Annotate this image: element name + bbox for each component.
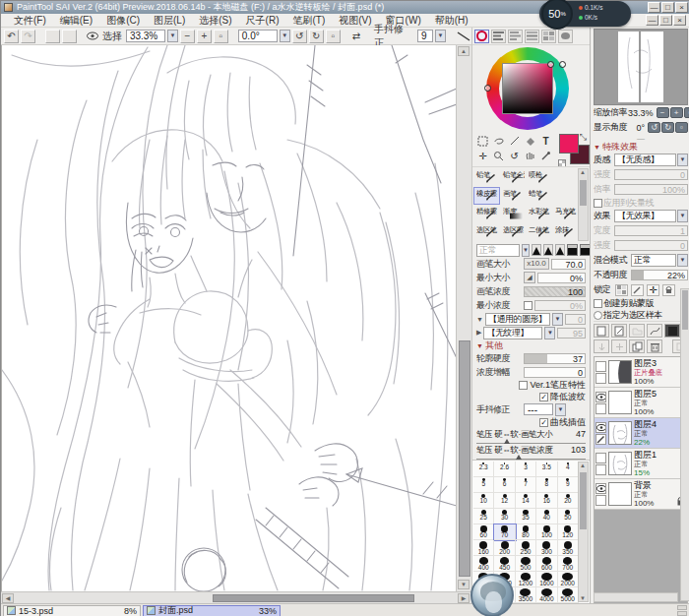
canvas-horizontal-scrollbar[interactable]: ◀ ▶ [1, 591, 471, 603]
lock-all-icon[interactable] [662, 284, 675, 296]
lasso-icon[interactable] [491, 134, 506, 148]
brush-size-50[interactable]: 50 [558, 509, 579, 524]
scroll-up-button[interactable]: ▲ [458, 46, 470, 56]
hsv-slider-tab[interactable] [508, 30, 523, 43]
layer-visibility-toggle[interactable] [595, 453, 606, 463]
magic-wand-icon[interactable] [507, 134, 522, 148]
nav-zoom-in-button[interactable]: + [670, 107, 683, 118]
brush-size-3[interactable]: 3 [516, 462, 536, 477]
layer-draw-indicator[interactable] [595, 434, 606, 445]
delete-layer-button[interactable] [647, 339, 662, 353]
zoom-reset-button[interactable]: ▫ [214, 30, 228, 43]
brush-size-250[interactable]: 250 [516, 540, 536, 556]
zoom-dropdown-button[interactable]: ▼ [167, 30, 178, 42]
bucket-icon[interactable] [523, 134, 537, 148]
brush-size-25[interactable]: 25 [473, 509, 494, 524]
effect-width-slider[interactable]: 1 [614, 225, 688, 236]
angle-reset-button[interactable]: ▫ [326, 30, 341, 43]
layer-draw-indicator[interactable] [595, 403, 606, 414]
brush-size-20[interactable]: 20 [558, 493, 579, 509]
doc-tab-15-3.psd[interactable]: 15-3.psd8% [3, 605, 141, 616]
effect-dd-button[interactable]: ▼ [677, 210, 688, 222]
brush-size-1200[interactable]: 1200 [516, 572, 536, 587]
merge-down-button[interactable] [611, 339, 627, 353]
brush-shape-4[interactable] [567, 244, 578, 256]
brush-size-100[interactable]: 100 [536, 524, 557, 540]
brush-size-120[interactable]: 120 [558, 524, 579, 540]
brush-size-6[interactable]: 6 [494, 477, 515, 493]
layer-row-图层4[interactable]: 图层4正常22% [595, 418, 687, 449]
nav-angle-reset-button[interactable]: ▫ [675, 122, 688, 133]
brush-shape-3[interactable] [555, 244, 565, 256]
lock-move-icon[interactable]: ✛ [647, 284, 659, 296]
transfer-down-button[interactable] [594, 339, 609, 353]
scroll-left-button[interactable]: ◀ [2, 593, 14, 603]
menu-item[interactable]: 图像(C) [99, 14, 147, 28]
color-wheel-tab[interactable] [474, 30, 489, 43]
rotate-cw-button[interactable]: ↻ [309, 30, 324, 43]
brush-texture-dd-button[interactable]: ▼ [544, 327, 555, 339]
menu-item[interactable]: 文件(F) [7, 14, 53, 28]
tool-crayon-icon[interactable]: 蜡笔 [526, 187, 552, 206]
brush-size-200[interactable]: 200 [494, 540, 515, 556]
tool-select-pen-icon[interactable]: 选区笔 [473, 223, 500, 242]
blend-mode-dd-button[interactable]: ▼ [677, 254, 688, 267]
effect-strength-slider[interactable]: 0 [614, 240, 688, 251]
brush-size-unit-button[interactable]: x10.0 [524, 258, 549, 270]
scroll-right-button[interactable]: ▶ [458, 593, 470, 603]
blend-mode-dropdown[interactable]: 正常 [631, 254, 676, 267]
layer-visibility-toggle[interactable] [595, 361, 606, 372]
edge-hardness-slider[interactable]: 37 [524, 353, 586, 364]
menu-item[interactable]: 帮助(H) [428, 14, 475, 28]
duplicate-layer-button[interactable] [629, 339, 645, 353]
zoom-out-button[interactable]: − [180, 30, 195, 43]
rect-select-icon[interactable] [475, 134, 490, 148]
texture-dropdown[interactable]: 【无质感】 [614, 154, 676, 166]
tool-select-eraser-icon[interactable]: 选区擦 [500, 223, 527, 242]
brush-size-3.5[interactable]: 3.5 [536, 462, 557, 477]
brush-size-60[interactable]: 60 [473, 524, 494, 540]
eyedropper-icon[interactable] [538, 149, 553, 162]
tool-watercolor-icon[interactable]: 水彩笔 [526, 205, 552, 223]
new-folder-button[interactable] [629, 324, 645, 338]
menu-item[interactable]: 编辑(E) [53, 14, 99, 28]
mdi-minimize-button[interactable]: — [646, 15, 658, 26]
nav-zoom-reset-button[interactable]: ▫ [684, 107, 689, 118]
undo-button[interactable]: ↶ [4, 30, 19, 43]
brush-shape-2[interactable] [543, 244, 553, 256]
pressure-density-row[interactable]: 笔压 硬⇔软·画笔浓度 103 [476, 444, 586, 460]
brush-size-2.3[interactable]: 2.3 [473, 462, 494, 477]
layer-list-scrollbar[interactable] [680, 288, 689, 601]
layer-row-图层5[interactable]: 图层5正常100% [595, 388, 687, 418]
brush-size-350[interactable]: 350 [558, 540, 579, 556]
brush-size-scrollbar[interactable]: ▲ ▼ [578, 462, 589, 602]
pressure-size-row[interactable]: 笔压 硬⇔软·画笔大小 47 [476, 428, 586, 444]
brush-size-4000[interactable]: 4000 [536, 587, 557, 603]
tool-marker-icon[interactable]: 马克笔 [552, 205, 579, 223]
texture-scale-slider[interactable]: 100% [614, 184, 688, 195]
unused-button-1[interactable] [45, 30, 60, 43]
line-tool-icon[interactable] [456, 31, 471, 42]
tool-brush-icon[interactable]: 画笔 [500, 187, 527, 206]
brush-blend-dropdown[interactable]: 正常 [476, 244, 520, 257]
brush-size-12[interactable]: 12 [494, 493, 515, 509]
brush-size-600[interactable]: 600 [536, 556, 557, 572]
doc-tab-封面.psd[interactable]: 封面.psd33% [143, 605, 281, 616]
scratchpad-tab[interactable] [558, 30, 573, 43]
menu-item[interactable]: 选择(S) [192, 14, 238, 28]
brush-texture-dropdown[interactable]: 【无纹理】 [483, 327, 542, 339]
brush-size-700[interactable]: 700 [558, 556, 579, 572]
brush-size-9[interactable]: 9 [558, 477, 579, 493]
min-density-checkbox[interactable] [524, 301, 532, 310]
zoom-tool-icon[interactable] [491, 149, 506, 162]
tool-pencil-fill-icon[interactable]: 铅笔全涂 [500, 168, 527, 187]
mdi-close-button[interactable]: × [673, 15, 686, 26]
hue-cursor[interactable] [559, 61, 566, 68]
ver1-pressure-checkbox[interactable] [519, 381, 528, 390]
brush-size-80[interactable]: 80 [516, 524, 536, 540]
brush-size-3500[interactable]: 3500 [516, 587, 536, 603]
brush-shape-dropdown[interactable]: 【通用的圆形】 [485, 313, 550, 326]
brush-size-35[interactable]: 35 [516, 509, 536, 524]
brush-stabilizer-dd[interactable]: ▼ [555, 403, 566, 416]
lock-alpha-icon[interactable] [615, 284, 628, 296]
